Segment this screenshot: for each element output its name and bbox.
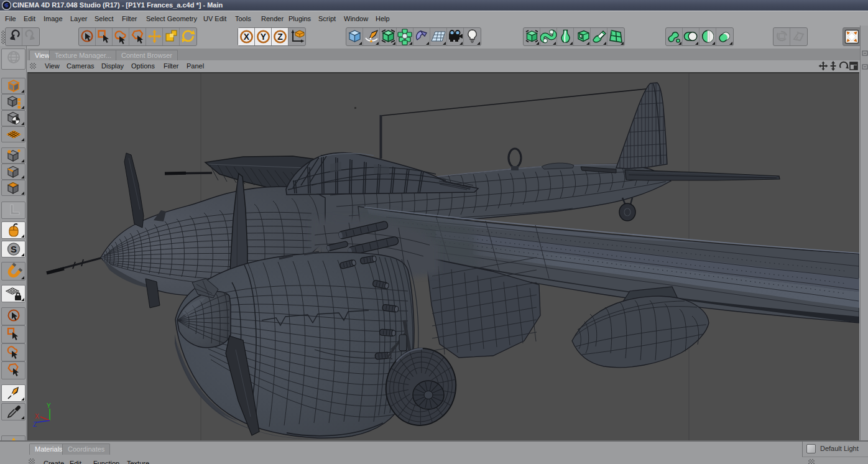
svg-text:Y: Y — [261, 32, 267, 42]
svg-text:X: X — [35, 413, 39, 420]
svg-text:Y: Y — [47, 402, 51, 409]
svg-text:Z: Z — [33, 421, 37, 428]
svg-text:Z: Z — [277, 32, 283, 42]
svg-text:S: S — [10, 244, 16, 254]
svg-text:X: X — [244, 32, 250, 42]
